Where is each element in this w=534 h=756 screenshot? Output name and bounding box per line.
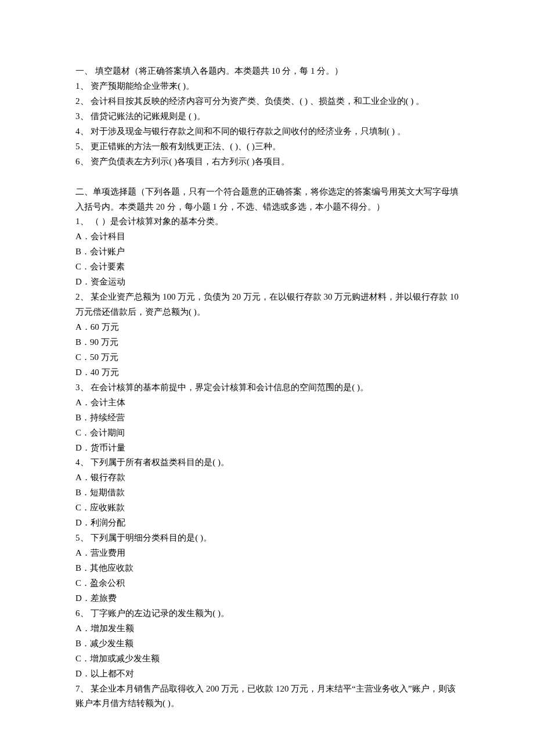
q-stem: 3、 在会计核算的基本前提中，界定会计核算和会计信息的空间范围的是( )。 <box>75 380 459 395</box>
section1-header: 一、 填空题材（将正确答案填入各题内。本类题共 10 分，每 1 分。） <box>75 64 459 79</box>
s1-item: 3、 借贷记账法的记账规则是 ( )。 <box>75 109 459 124</box>
section2-header: 二、单项选择题（下列各题，只有一个符合题意的正确答案，将你选定的答案编号用英文大… <box>75 185 459 215</box>
q-opt: C．50 万元 <box>75 350 459 365</box>
q-stem: 7、 某企业本月销售产品取得收入 200 万元，已收款 120 万元，月末结平“… <box>75 682 459 712</box>
q-stem: 5、 下列属于明细分类科目的是( )。 <box>75 531 459 546</box>
q-opt: D．资金运动 <box>75 275 459 290</box>
q-opt: B．会计账户 <box>75 244 459 260</box>
q-opt: B．短期借款 <box>75 485 459 501</box>
q-stem: 2、 某企业资产总额为 100 万元，负债为 20 万元，在以银行存款 30 万… <box>75 290 459 320</box>
q-opt: A．营业费用 <box>75 546 459 561</box>
q-opt: B．持续经营 <box>75 411 459 426</box>
q-opt: A．会计科目 <box>75 229 459 244</box>
q-opt: A．60 万元 <box>75 320 459 335</box>
q-opt: B．90 万元 <box>75 335 459 350</box>
q-stem: 6、 丁字账户的左边记录的发生额为( )。 <box>75 606 459 621</box>
q-opt: C．盈余公积 <box>75 576 459 591</box>
q-opt: D．40 万元 <box>75 365 459 380</box>
q-opt: C．会计期间 <box>75 426 459 441</box>
q-opt: D．以上都不对 <box>75 667 459 682</box>
q-opt: B．其他应收款 <box>75 561 459 576</box>
q-opt: C．应收账款 <box>75 501 459 516</box>
s1-item: 4、 对于涉及现金与银行存款之间和不同的银行存款之间收付的经济业务，只填制( )… <box>75 124 459 139</box>
q-stem: 1、 （ ）是会计核算对象的基本分类。 <box>75 214 459 229</box>
q-opt: D．货币计量 <box>75 441 459 456</box>
q-opt: D．差旅费 <box>75 591 459 606</box>
s1-item: 6、 资产负债表左方列示( )各项目，右方列示( )各项目。 <box>75 154 459 170</box>
q-stem: 4、 下列属于所有者权益类科目的是( )。 <box>75 455 459 470</box>
q-opt: A．增加发生额 <box>75 621 459 636</box>
q-opt: C．会计要素 <box>75 260 459 275</box>
q-opt: A．银行存款 <box>75 470 459 485</box>
q-opt: C．增加或减少发生额 <box>75 651 459 667</box>
s1-item: 5、 更正错账的方法一般有划线更正法、( )、( )三种。 <box>75 139 459 154</box>
q-opt: A．会计主体 <box>75 395 459 411</box>
s1-item: 1、 资产预期能给企业带来( )。 <box>75 79 459 94</box>
section-gap <box>75 170 459 185</box>
q-opt: B．减少发生额 <box>75 636 459 651</box>
s1-item: 2、 会计科目按其反映的经济内容可分为资产类、负债类、( ) 、损益类，和工业企… <box>75 94 459 109</box>
q-opt: D．利润分配 <box>75 516 459 531</box>
